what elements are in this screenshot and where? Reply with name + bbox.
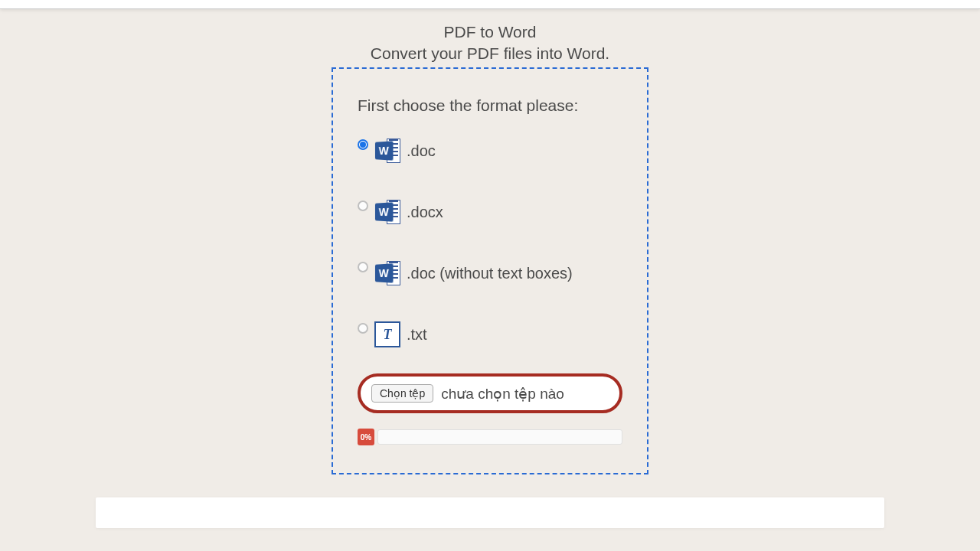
format-option-doc[interactable]: W .doc [358, 138, 622, 164]
format-option-txt[interactable]: T .txt [358, 321, 622, 347]
format-option-docx[interactable]: W .docx [358, 199, 622, 225]
option-label-wrap: W .doc (without text boxes) [374, 260, 573, 286]
option-label-wrap: T .txt [374, 321, 427, 347]
progress-badge: 0% [358, 429, 374, 445]
option-label-wrap: W .doc [374, 138, 436, 164]
radio-txt[interactable] [358, 323, 368, 334]
option-label-wrap: W .docx [374, 199, 443, 225]
no-file-text: chưa chọn tệp nào [441, 385, 564, 403]
radio-docx[interactable] [358, 201, 368, 211]
page-title: PDF to Word [0, 23, 980, 41]
progress-bar [377, 429, 622, 445]
option-label: .docx [407, 204, 443, 221]
bottom-card [96, 497, 884, 528]
progress-row: 0% [358, 429, 622, 445]
format-option-doc-no-textboxes[interactable]: W .doc (without text boxes) [358, 260, 622, 286]
file-upload-box[interactable]: Chọn tệp chưa chọn tệp nào [358, 373, 622, 413]
radio-doc[interactable] [358, 139, 368, 150]
top-bar [0, 0, 980, 9]
word-icon: W [374, 199, 400, 225]
word-icon: W [374, 260, 400, 286]
option-label: .txt [407, 326, 427, 344]
radio-doc-no-textboxes[interactable] [358, 262, 368, 272]
format-heading: First choose the format please: [358, 96, 622, 115]
converter-panel: First choose the format please: W .doc W… [332, 67, 648, 474]
page-content: PDF to Word Convert your PDF files into … [0, 9, 980, 528]
word-icon: W [374, 138, 400, 164]
page-subtitle: Convert your PDF files into Word. [0, 44, 980, 63]
option-label: .doc [407, 142, 436, 160]
choose-file-button[interactable]: Chọn tệp [371, 384, 433, 403]
txt-icon: T [374, 321, 400, 347]
option-label: .doc (without text boxes) [407, 265, 573, 282]
